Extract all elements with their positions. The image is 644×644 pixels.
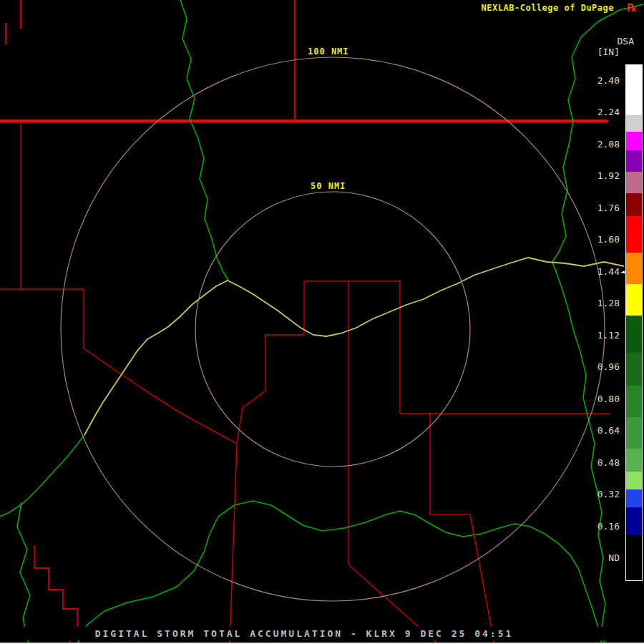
- colorbar-segment: [626, 150, 642, 172]
- colorbar-label: ND: [584, 552, 620, 563]
- colorbar-label: 1.92: [584, 170, 620, 181]
- range-ring-100nmi: [61, 57, 605, 601]
- ring-label-100nmi: 100 NMI: [306, 47, 351, 57]
- colorbar-segment: [626, 253, 642, 284]
- colorbar-segment: [626, 417, 642, 449]
- colorbar-segment: [626, 172, 642, 193]
- range-ring-50nmi: [195, 192, 470, 467]
- colorbar-label: 2.40: [584, 75, 620, 86]
- colorbar-segment: [626, 115, 642, 132]
- radar-display: 100 NMI 50 NMI NEXLAB-College of DuPage …: [0, 0, 644, 644]
- colorbar-label: 1.44: [584, 266, 620, 277]
- scale-marker-icon: ◄: [620, 268, 625, 275]
- river-line: [180, 0, 228, 280]
- colorbar-segment: [626, 316, 642, 353]
- colorbar-segment: [626, 216, 642, 253]
- title-text: DIGITAL STORM TOTAL ACCUMULATION - KLRX …: [0, 627, 608, 640]
- county-boundary-line: [304, 281, 400, 414]
- colorbar-label: 1.76: [584, 203, 620, 213]
- colorbar-label: 0.48: [584, 457, 620, 468]
- county-boundary-line: [21, 122, 84, 348]
- colorbar-label: 2.24: [584, 107, 620, 117]
- colorbar-label: 0.16: [584, 521, 620, 532]
- cod-logo-icon: ℞: [628, 1, 637, 14]
- colorbar-segment: [626, 193, 642, 216]
- product-name-label: DSA: [618, 36, 634, 47]
- colorbar-label: 1.60: [584, 234, 620, 245]
- colorbar-segment: [626, 489, 642, 507]
- colorbar-label: 2.08: [584, 139, 620, 150]
- colorbar-segment: [626, 132, 642, 150]
- colorbar-segment: [626, 507, 642, 535]
- ring-label-50nmi: 50 NMI: [308, 181, 348, 191]
- river-line: [77, 501, 602, 644]
- colorbar-label: 0.96: [584, 361, 620, 372]
- colorbar-segment: [626, 472, 642, 489]
- colorbar-label: 1.12: [584, 330, 620, 341]
- colorbar-swatches: [625, 64, 643, 581]
- county-boundary-line: [230, 444, 237, 644]
- colorbar-label: 0.80: [584, 394, 620, 404]
- brand-text: NEXLAB-College of DuPage: [482, 3, 614, 13]
- colorbar-segment: [626, 353, 642, 386]
- colorbar-segment: [626, 65, 642, 115]
- colorbar-segment: [626, 535, 642, 580]
- river-line: [17, 502, 30, 644]
- colorbar-segment: [626, 386, 642, 417]
- colorbar-segment: [626, 449, 642, 472]
- colorbar-label: 0.64: [584, 425, 620, 436]
- colorbar-segment: [626, 284, 642, 316]
- product-units-label: [IN]: [597, 47, 620, 57]
- colorbar-label: 0.32: [584, 489, 620, 499]
- river-line: [552, 262, 605, 644]
- highlighted-river-line: [84, 258, 624, 435]
- map-svg: [0, 0, 644, 644]
- colorbar-label: 1.28: [584, 298, 620, 308]
- river-line: [0, 435, 84, 517]
